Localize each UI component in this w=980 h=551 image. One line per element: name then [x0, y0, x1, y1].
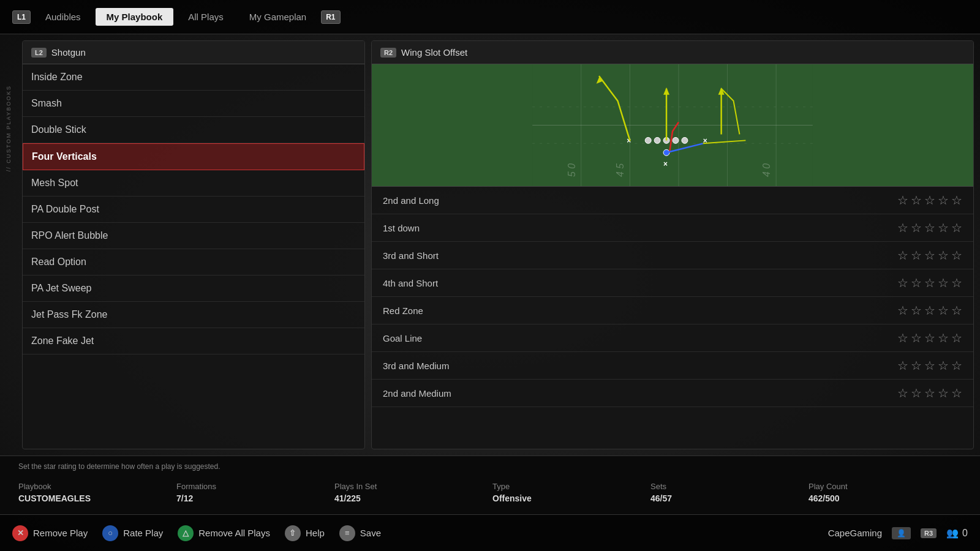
stat-label-type: Type — [492, 482, 646, 491]
play-item-mesh-spot[interactable]: Mesh Spot — [23, 170, 364, 197]
play-item-inside-zone[interactable]: Inside Zone — [23, 64, 364, 91]
person-icon: 👥 — [946, 527, 959, 539]
x-icon: ✕ — [12, 525, 28, 541]
stat-label-plays-in-set: Plays In Set — [334, 482, 488, 491]
remove-play-label: Remove Play — [33, 528, 88, 538]
triangle-icon: △ — [178, 525, 194, 541]
player-count-value: 0 — [962, 528, 968, 539]
tab-audibles[interactable]: Audibles — [34, 8, 92, 26]
help-button[interactable]: ⇧ Help — [285, 525, 325, 541]
stat-value-type: Offensive — [492, 493, 646, 503]
play-header-badge: R2 — [380, 48, 396, 58]
tab-all-plays[interactable]: All Plays — [177, 8, 235, 26]
side-label: // CUSTOM PLAYBOOKS — [0, 37, 17, 220]
svg-text:5 0: 5 0 — [567, 163, 577, 177]
save-button[interactable]: ≡ Save — [339, 525, 381, 541]
stat-value-plays-in-set: 41/225 — [334, 493, 488, 503]
star-rating-4th-short[interactable]: ☆ ☆ ☆ ☆ ☆ — [897, 276, 962, 290]
play-item-four-verticals[interactable]: Four Verticals — [23, 143, 364, 170]
l1-badge[interactable]: L1 — [12, 10, 31, 24]
stat-label-formations: Formations — [176, 482, 330, 491]
star-rating-3rd-medium[interactable]: ☆ ☆ ☆ ☆ ☆ — [897, 358, 962, 373]
play-list-panel: L2 Shotgun Inside Zone Smash Double Stic… — [22, 40, 365, 449]
stat-play-count: Play Count 462/500 — [809, 482, 962, 503]
help-label: Help — [306, 528, 325, 538]
username: CapeGaming — [828, 528, 882, 538]
formation-header: L2 Shotgun — [23, 41, 364, 64]
rate-play-button[interactable]: ○ Rate Play — [102, 525, 163, 541]
rating-row-3rd-medium: 3rd and Medium ☆ ☆ ☆ ☆ ☆ — [372, 352, 973, 380]
content-area: L2 Shotgun Inside Zone Smash Double Stic… — [0, 34, 980, 455]
stat-value-play-count: 462/500 — [809, 493, 962, 503]
play-item-pa-jet-sweep[interactable]: PA Jet Sweep — [23, 276, 364, 302]
rating-row-4th-short: 4th and Short ☆ ☆ ☆ ☆ ☆ — [372, 269, 973, 297]
stat-label-sets: Sets — [650, 482, 804, 491]
rating-label: 1st down — [383, 223, 420, 233]
star-rating-2nd-medium[interactable]: ☆ ☆ ☆ ☆ ☆ — [897, 386, 962, 400]
stat-value-sets: 46/57 — [650, 493, 804, 503]
formation-badge: L2 — [31, 48, 47, 58]
play-item-double-stick[interactable]: Double Stick — [23, 117, 364, 143]
ratings-section: 2nd and Long ☆ ☆ ☆ ☆ ☆ 1st down ☆ ☆ ☆ — [372, 187, 973, 449]
toolbar-right: CapeGaming 👤 R3 👥 0 — [828, 527, 968, 539]
play-title: Wing Slot Offset — [401, 47, 467, 58]
stat-value-formations: 7/12 — [176, 493, 330, 503]
star-rating-3rd-short[interactable]: ☆ ☆ ☆ ☆ ☆ — [897, 248, 962, 263]
play-list: Inside Zone Smash Double Stick Four Vert… — [23, 64, 364, 449]
stat-type: Type Offensive — [492, 482, 646, 503]
field-svg: 5 0 4 5 4 0 × × × — [372, 64, 973, 186]
stat-sets: Sets 46/57 — [650, 482, 804, 503]
rating-row-1st-down: 1st down ☆ ☆ ☆ ☆ ☆ — [372, 214, 973, 242]
rating-label: Goal Line — [383, 333, 422, 343]
rate-play-label: Rate Play — [123, 528, 163, 538]
r1-badge[interactable]: R1 — [321, 10, 340, 24]
circle-icon: ○ — [102, 525, 118, 541]
play-detail-header: R2 Wing Slot Offset — [372, 41, 973, 64]
rating-label: Red Zone — [383, 305, 423, 316]
hint-text: Set the star rating to determine how oft… — [12, 462, 968, 471]
stat-label-playbook: Playbook — [18, 482, 172, 491]
play-item-read-option[interactable]: Read Option — [23, 249, 364, 276]
svg-point-15 — [673, 137, 679, 143]
play-item-jet-pass-fk-zone[interactable]: Jet Pass Fk Zone — [23, 302, 364, 328]
rating-row-2nd-medium: 2nd and Medium ☆ ☆ ☆ ☆ ☆ — [372, 380, 973, 407]
tab-my-gameplan[interactable]: My Gameplan — [238, 8, 317, 26]
rating-row-2nd-long: 2nd and Long ☆ ☆ ☆ ☆ ☆ — [372, 187, 973, 214]
right-panel: R2 Wing Slot Offset — [371, 40, 974, 449]
play-item-rpo-alert-bubble[interactable]: RPO Alert Bubble — [23, 223, 364, 249]
stat-label-play-count: Play Count — [809, 482, 962, 491]
remove-play-button[interactable]: ✕ Remove Play — [12, 525, 88, 541]
stat-value-playbook: CUSTOMEAGLES — [18, 493, 172, 503]
play-item-zone-fake-jet[interactable]: Zone Fake Jet — [23, 328, 364, 354]
toolbar-actions: ✕ Remove Play ○ Rate Play △ Remove All P… — [12, 525, 381, 541]
play-item-pa-double-post[interactable]: PA Double Post — [23, 197, 364, 223]
svg-point-13 — [654, 137, 660, 143]
r3-badge: R3 — [921, 528, 937, 538]
star-rating-2nd-long[interactable]: ☆ ☆ ☆ ☆ ☆ — [897, 193, 962, 208]
play-item-smash[interactable]: Smash — [23, 91, 364, 117]
remove-all-plays-button[interactable]: △ Remove All Plays — [178, 525, 270, 541]
user-icon-box: 👤 — [892, 527, 911, 539]
star-rating-red-zone[interactable]: ☆ ☆ ☆ ☆ ☆ — [897, 303, 962, 318]
rating-row-3rd-short: 3rd and Short ☆ ☆ ☆ ☆ ☆ — [372, 242, 973, 269]
svg-text:×: × — [663, 160, 668, 168]
rating-label: 3rd and Medium — [383, 361, 449, 371]
stat-formations: Formations 7/12 — [176, 482, 330, 503]
stat-plays-in-set: Plays In Set 41/225 — [334, 482, 488, 503]
bottom-toolbar: ✕ Remove Play ○ Rate Play △ Remove All P… — [0, 514, 980, 551]
stat-playbook: Playbook CUSTOMEAGLES — [18, 482, 172, 503]
tab-my-playbook[interactable]: My Playbook — [96, 8, 174, 26]
share-icon: ⇧ — [285, 525, 301, 541]
info-bar: Set the star rating to determine how oft… — [0, 455, 980, 514]
svg-point-16 — [682, 137, 688, 143]
save-label: Save — [360, 528, 381, 538]
field-diagram: 5 0 4 5 4 0 × × × — [372, 64, 973, 187]
rating-label: 4th and Short — [383, 278, 438, 288]
star-rating-goal-line[interactable]: ☆ ☆ ☆ ☆ ☆ — [897, 331, 962, 345]
svg-text:4 5: 4 5 — [615, 163, 625, 177]
rating-label: 2nd and Long — [383, 195, 439, 206]
options-icon: ≡ — [339, 525, 355, 541]
stats-grid: Playbook CUSTOMEAGLES Formations 7/12 Pl… — [12, 477, 968, 508]
star-rating-1st-down[interactable]: ☆ ☆ ☆ ☆ ☆ — [897, 220, 962, 235]
remove-all-plays-label: Remove All Plays — [198, 528, 270, 538]
